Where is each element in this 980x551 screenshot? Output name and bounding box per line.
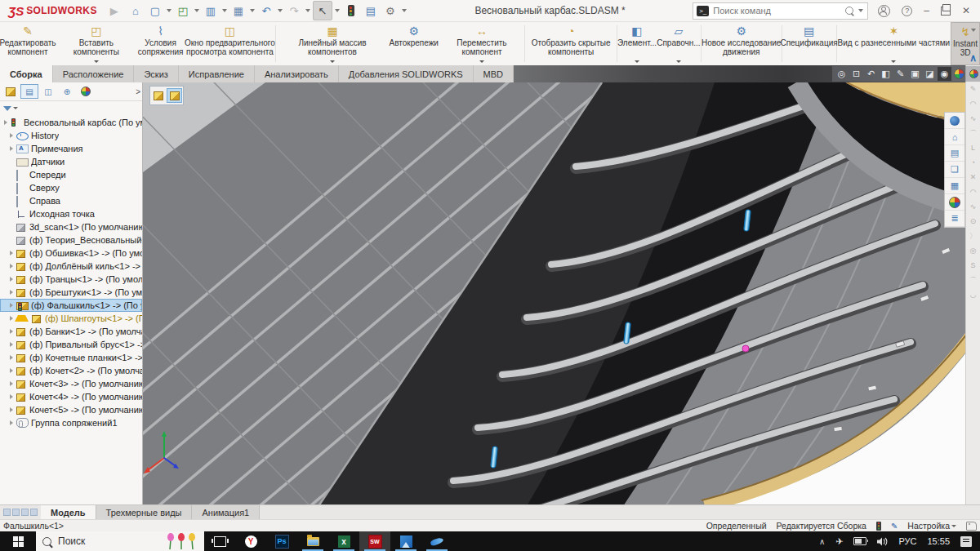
paint3d-button[interactable] xyxy=(421,531,452,551)
view-orientation-icon[interactable]: ▣ xyxy=(908,67,922,81)
edge-glyph[interactable]: ⌒ xyxy=(969,277,977,284)
filter-dropdown-icon[interactable] xyxy=(13,107,18,109)
tree-item-kil[interactable]: (ф) Долблёный киль<1> -> (По умолчанию) xyxy=(0,260,142,273)
section-view-icon[interactable]: ◧ xyxy=(879,67,893,81)
edge-glyph[interactable]: ∿ xyxy=(970,115,977,122)
zoom-to-fit-icon[interactable]: ◎ xyxy=(835,67,849,81)
help-icon[interactable]: ? xyxy=(902,6,912,16)
tab-animation1[interactable]: Анимация1 xyxy=(192,505,260,519)
edit-appearance-icon[interactable] xyxy=(952,67,966,81)
configurationmanager-tab[interactable]: ⊕ xyxy=(58,84,76,99)
ribbon-collapse-icon[interactable]: ∧ xyxy=(969,52,977,64)
task-view-button[interactable] xyxy=(204,531,235,551)
tree-item-history[interactable]: History xyxy=(0,129,142,142)
undo-icon[interactable]: ↶ xyxy=(257,2,275,20)
propertymanager-tab[interactable]: ◫ xyxy=(39,84,57,99)
search-dropdown-icon[interactable] xyxy=(858,9,863,12)
appearances-tab[interactable] xyxy=(77,84,95,99)
edge-glyph[interactable]: L xyxy=(971,144,975,152)
tree-item-front-plane[interactable]: Спереди xyxy=(0,168,142,181)
dropdown-arrow-icon[interactable] xyxy=(330,60,335,63)
excel-button[interactable]: x xyxy=(328,531,359,551)
exploded-view-button[interactable]: ✶Вид с разнесенными частями xyxy=(837,22,951,65)
photos-button[interactable] xyxy=(390,531,421,551)
settings-dropdown-icon[interactable] xyxy=(402,9,407,12)
apply-scene-icon[interactable] xyxy=(967,67,980,81)
tab-assembly[interactable]: Сборка xyxy=(0,65,53,82)
panel-expand-arrow[interactable]: > xyxy=(136,87,140,96)
edge-glyph[interactable]: ◠ xyxy=(970,189,977,196)
start-button[interactable] xyxy=(0,531,36,551)
design-library-icon[interactable]: ▤ xyxy=(945,145,964,162)
breadcrumb-part-icon[interactable] xyxy=(151,89,165,102)
print-icon[interactable]: ▦ xyxy=(229,2,247,20)
rebuild-icon[interactable] xyxy=(342,2,360,20)
previous-view-icon[interactable]: ↶ xyxy=(864,67,878,81)
annotation-visibility-icon[interactable]: ✎ xyxy=(893,67,907,81)
new-document-icon[interactable]: ▢ xyxy=(146,2,164,20)
minimize-button[interactable]: – xyxy=(924,5,929,16)
breadcrumb-part-icon-highlighted[interactable] xyxy=(167,88,182,103)
graphics-viewport[interactable]: ⌂ ▤ ❏ ▦ ≣ ✎ ◠ ∿ ⌒ L ◔ ✕ ◠ ∿ ⊙ 〉 ◎ xyxy=(143,82,980,504)
file-explorer-button[interactable] xyxy=(297,531,328,551)
edge-glyph[interactable]: ◎ xyxy=(970,247,977,255)
volume-icon[interactable] xyxy=(877,537,888,546)
tree-display-tab[interactable]: ▤ xyxy=(20,84,38,99)
move-component-button[interactable]: ↔Переместить компонент xyxy=(439,22,525,65)
redo-dropdown-icon[interactable] xyxy=(305,9,310,12)
display-style-icon[interactable]: ◪ xyxy=(923,67,937,81)
battery-icon[interactable] xyxy=(853,537,866,545)
file-explorer-icon[interactable]: ❏ xyxy=(945,162,964,178)
new-dropdown-icon[interactable] xyxy=(167,9,172,12)
tab-sketch[interactable]: Эскиз xyxy=(134,65,178,82)
tray-expand-icon[interactable]: ∧ xyxy=(819,537,825,546)
edge-glyph[interactable]: ◔ xyxy=(971,159,975,167)
tree-item-origin[interactable]: Исходная точка xyxy=(0,207,142,220)
reference-geometry-button[interactable]: ▱Справочн... xyxy=(657,22,701,65)
custom-properties-icon[interactable]: ≣ xyxy=(945,211,964,227)
airplane-mode-icon[interactable]: ✈ xyxy=(835,536,843,547)
tree-item-breshtuki[interactable]: (ф) Брештуки<1> -> (По умолчанию) xyxy=(0,286,142,299)
status-customize[interactable]: Настройка xyxy=(907,521,956,531)
tree-item-falshkil-selected[interactable]: (ф) Фальшкиль<1> -> (По умолчанию) xyxy=(0,299,142,312)
tree-item-kochet5[interactable]: Кочет<5> -> (По умолчанию) xyxy=(0,403,142,416)
tree-item-right-plane[interactable]: Справа xyxy=(0,194,142,207)
dropdown-arrow-icon[interactable] xyxy=(94,60,99,63)
options-list-icon[interactable]: ▤ xyxy=(362,2,380,20)
edge-glyph[interactable]: ◠ xyxy=(970,100,977,108)
solidworks-taskbar-button[interactable]: SW xyxy=(359,531,390,551)
dropdown-arrow-icon[interactable] xyxy=(891,60,896,63)
tag-icon[interactable] xyxy=(966,522,977,531)
dropdown-arrow-icon[interactable] xyxy=(479,60,484,63)
insert-components-button[interactable]: ◰Вставить компоненты xyxy=(56,22,137,65)
tree-item-teoria[interactable]: (ф) Теория_Весновальный<1> xyxy=(0,233,142,247)
edge-glyph[interactable]: S xyxy=(970,262,975,269)
appearances-scene-icon[interactable] xyxy=(945,194,964,211)
tab-repair[interactable]: Исправление xyxy=(179,65,255,82)
tree-item-3dscan[interactable]: 3d_scan<1> (По умолчанию) < xyxy=(0,220,142,233)
edge-glyph[interactable]: ✎ xyxy=(970,86,977,93)
select-tool-icon[interactable]: ↖ xyxy=(313,1,332,20)
resources-home-icon[interactable]: ⌂ xyxy=(945,129,964,145)
tree-item-shpangouty-warning[interactable]: (ф) Шпангоуты<1> -> (По умолчанию) xyxy=(0,312,142,325)
edge-glyph[interactable]: ◡ xyxy=(970,291,977,299)
forum-icon[interactable] xyxy=(945,113,964,129)
undo-dropdown-icon[interactable] xyxy=(278,9,283,12)
save-dropdown-icon[interactable] xyxy=(222,9,227,12)
tree-item-kochetnye-planki[interactable]: (ф) Кочетные планки<1> -> (П xyxy=(0,351,142,364)
home-icon[interactable]: ⌂ xyxy=(127,2,145,20)
restore-button[interactable] xyxy=(941,7,951,16)
tree-item-obshivka[interactable]: (ф) Обшивка<1> -> (По умолчанию) xyxy=(0,247,142,260)
open-dropdown-icon[interactable] xyxy=(194,9,199,12)
mate-button[interactable]: ⌇Условия сопряжения xyxy=(137,22,185,65)
zoom-to-area-icon[interactable]: ⊡ xyxy=(849,67,863,81)
tree-item-kochet4[interactable]: Кочет<4> -> (По умолчанию) xyxy=(0,390,142,403)
search-highlight-tulips-icon[interactable] xyxy=(165,533,198,549)
edge-glyph[interactable]: ⊙ xyxy=(970,218,977,225)
save-icon[interactable]: ▥ xyxy=(202,2,220,20)
tab-evaluate[interactable]: Анализировать xyxy=(255,65,339,82)
clock[interactable]: 15:55 xyxy=(927,536,950,546)
bill-of-materials-button[interactable]: ▤Спецификация xyxy=(782,22,836,65)
tab-addins[interactable]: Добавления SOLIDWORKS xyxy=(339,65,474,82)
tab-mbd[interactable]: MBD xyxy=(474,65,514,82)
